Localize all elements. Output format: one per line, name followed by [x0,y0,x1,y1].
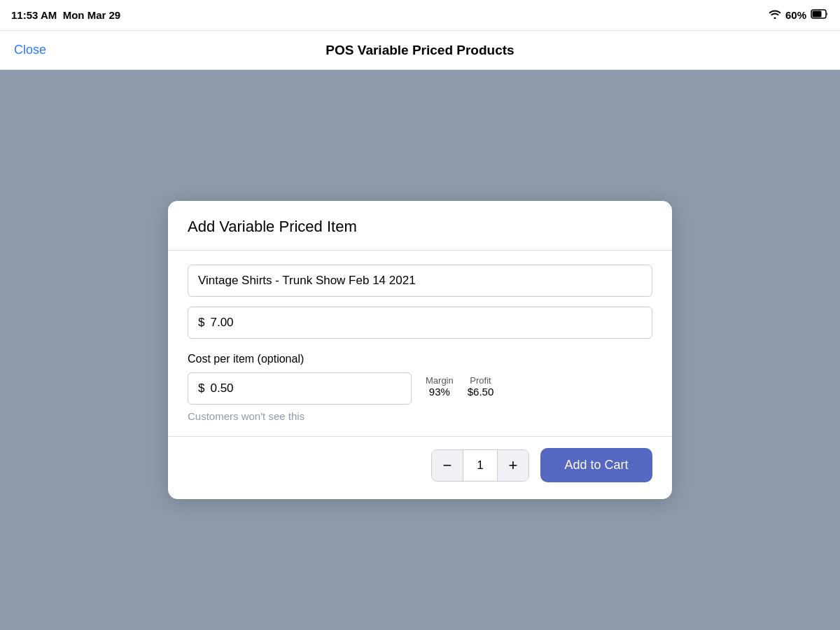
cost-dollar-symbol: $ [198,382,204,396]
modal-body: $ Cost per item (optional) $ Margin 93% [168,251,672,436]
battery-icon [811,9,829,21]
increment-button[interactable]: + [498,450,528,481]
svg-rect-1 [813,11,822,18]
profit-value: $6.50 [468,386,494,398]
margin-label: Margin [426,375,454,386]
profit-block: Profit $6.50 [468,375,494,398]
margin-value: 93% [429,386,450,398]
quantity-control: − 1 + [431,449,529,482]
modal-header: Add Variable Priced Item [168,201,672,236]
nav-bar: Close POS Variable Priced Products [0,31,840,70]
cost-input-wrapper[interactable]: $ [188,372,412,405]
modal-card: Add Variable Priced Item $ Cost per item… [168,201,672,499]
wifi-icon [769,9,781,21]
battery-percent: 60% [785,9,806,21]
modal-title: Add Variable Priced Item [188,218,652,236]
cost-input[interactable] [210,382,401,396]
margin-block: Margin 93% [426,375,454,398]
quantity-value: 1 [463,450,498,481]
price-input-wrapper[interactable]: $ [188,307,652,339]
customers-note: Customers won't see this [188,410,652,422]
modal-footer: − 1 + Add to Cart [168,436,672,499]
add-to-cart-button[interactable]: Add to Cart [540,448,652,482]
status-time-date: 11:53 AM Mon Mar 29 [11,9,120,21]
cost-row: $ Margin 93% Profit $6.50 [188,372,652,405]
close-button[interactable]: Close [14,43,46,57]
margin-profit-area: Margin 93% Profit $6.50 [426,372,493,398]
profit-label: Profit [470,375,491,386]
cost-label: Cost per item (optional) [188,353,652,365]
item-name-input[interactable] [188,265,652,297]
status-bar: 11:53 AM Mon Mar 29 60% [0,0,840,31]
status-icons: 60% [769,9,829,21]
page-background: Add Variable Priced Item $ Cost per item… [0,70,840,630]
decrement-button[interactable]: − [432,450,463,481]
page-title: POS Variable Priced Products [326,43,514,58]
price-dollar-symbol: $ [198,316,204,330]
quantity-footer-area: − 1 + Add to Cart [431,448,652,482]
price-input[interactable] [210,316,642,330]
